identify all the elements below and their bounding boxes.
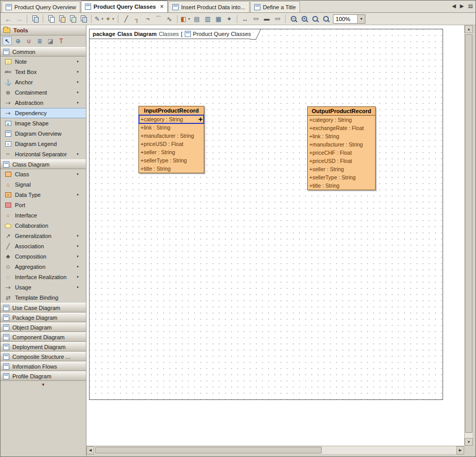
- oblique-connector-icon[interactable]: ¬: [143, 14, 153, 24]
- class-attribute[interactable]: +priceCHF : Float: [308, 149, 375, 157]
- class-attribute[interactable]: +exchangeRate : Float: [308, 124, 375, 132]
- section-use-case-diagram[interactable]: Use Case Diagram: [1, 303, 86, 313]
- dropdown-arrow-icon[interactable]: ▼: [76, 70, 79, 74]
- class-attribute[interactable]: +category : String: [308, 116, 375, 124]
- zoom-out-icon[interactable]: −: [288, 14, 298, 24]
- dropdown-arrow-icon[interactable]: ▼: [76, 265, 79, 268]
- palette-item-diagram-legend[interactable]: ≡Diagram Legend: [1, 139, 86, 149]
- palette-item-interface[interactable]: ○Interface: [1, 210, 86, 221]
- dropdown-arrow-icon[interactable]: ▼: [76, 173, 79, 176]
- dropdown-arrow-icon[interactable]: ▼: [76, 234, 79, 237]
- palette-item-signal[interactable]: ⌂Signal: [1, 179, 86, 190]
- sweeper-tool-icon[interactable]: ✦▼: [105, 14, 115, 24]
- zoom-reset-icon[interactable]: [310, 14, 320, 24]
- forward-icon[interactable]: →: [14, 14, 24, 24]
- format-painter-icon[interactable]: ◧▼: [180, 14, 191, 24]
- palette-item-composition[interactable]: ◆Composition▼: [1, 251, 86, 262]
- palette-item-text-box[interactable]: abcText Box▼: [1, 67, 86, 77]
- class-attribute[interactable]: +priceUSD : Float: [139, 140, 204, 148]
- palette-item-data-type[interactable]: ≡Data Type▼: [1, 190, 86, 200]
- class-attribute[interactable]: +seller : String: [308, 165, 375, 173]
- auto-fit-icon[interactable]: ▭: [272, 14, 283, 24]
- section-composite-structure[interactable]: Composite Structure ...: [1, 352, 86, 361]
- zoom-fit-icon[interactable]: [321, 14, 331, 24]
- scroll-down-icon[interactable]: ▼: [465, 438, 473, 446]
- rectilinear-connector-icon[interactable]: ┐: [132, 14, 142, 24]
- class-attribute[interactable]: +sellerType : String: [308, 173, 375, 181]
- format-eraser-icon[interactable]: ◪: [46, 36, 55, 45]
- tab-product-query-classes[interactable]: Product Query Classes×: [81, 1, 168, 12]
- palette-item-template-binding[interactable]: ⇄Template Binding: [1, 293, 86, 303]
- palette-item-image-shape[interactable]: ▲Image Shape: [1, 118, 86, 129]
- dropdown-arrow-icon[interactable]: ▼: [76, 153, 79, 156]
- zoom-in-icon[interactable]: +: [299, 14, 309, 24]
- tools-panel-header[interactable]: Tools: [1, 25, 86, 35]
- class-attribute[interactable]: +manufacturer : String: [308, 140, 375, 149]
- group-shapes-icon[interactable]: ▦: [213, 14, 223, 24]
- diagram-paper[interactable]: package Class Diagram Classes [ Product …: [89, 29, 443, 400]
- curve-connector-icon[interactable]: ∿: [164, 14, 174, 24]
- palette-item-diagram-overview[interactable]: Diagram Overview: [1, 129, 86, 139]
- dropdown-arrow-icon[interactable]: ▼: [76, 101, 79, 104]
- class-inputproductrecord[interactable]: InputProductRecord+category : String++li…: [138, 106, 204, 173]
- scroll-right-icon[interactable]: ▶: [456, 446, 464, 454]
- class-attribute[interactable]: +seller : String: [139, 148, 204, 156]
- section-common[interactable]: Common: [1, 47, 86, 57]
- tab-list-icon[interactable]: ▤: [468, 3, 473, 9]
- duplicate-icon[interactable]: [67, 14, 78, 24]
- scroll-up-icon[interactable]: ▲: [465, 25, 473, 33]
- palette-item-aggregation[interactable]: ◇Aggregation▼: [1, 262, 86, 272]
- diagram-viewport[interactable]: package Class Diagram Classes [ Product …: [86, 25, 464, 446]
- class-attribute[interactable]: +title : String: [308, 181, 375, 190]
- palette-scroll-more-button[interactable]: ▼: [1, 381, 86, 388]
- palette-item-collaboration[interactable]: Collaboration: [1, 221, 86, 231]
- resource-catalog-icon[interactable]: ⊕: [13, 36, 23, 45]
- tab-product-query-overview[interactable]: Product Query Overview: [2, 1, 80, 12]
- palette-item-dependency[interactable]: ⇢Dependency: [1, 108, 86, 118]
- palette-item-note[interactable]: ≡Note▼: [1, 57, 86, 67]
- move-handle-icon[interactable]: +: [198, 115, 203, 123]
- dropdown-arrow-icon[interactable]: ▼: [76, 286, 79, 289]
- zoom-level-input[interactable]: [333, 16, 357, 22]
- section-component-diagram[interactable]: Component Diagram: [1, 332, 86, 342]
- dropdown-arrow-icon[interactable]: ▼: [76, 255, 79, 258]
- section-profile-diagram[interactable]: Profile Diagram: [1, 371, 86, 381]
- class-attribute[interactable]: +manufacturer : String: [139, 132, 204, 140]
- dropdown-arrow-icon[interactable]: ▼: [76, 81, 79, 84]
- class-outputproductrecord[interactable]: OutputProductRecord+category : String+ex…: [307, 106, 376, 190]
- horizontal-scrollbar[interactable]: ◀ ▶: [86, 446, 464, 454]
- dropdown-arrow-icon[interactable]: ▼: [76, 193, 79, 196]
- palette-item-usage[interactable]: ⇢Usage▼: [1, 282, 86, 293]
- distribute-shapes-icon[interactable]: ▥: [202, 14, 213, 24]
- dropdown-arrow-icon[interactable]: ▼: [76, 245, 79, 248]
- align-shapes-icon[interactable]: ▤: [191, 14, 202, 24]
- section-deployment-diagram[interactable]: Deployment Diagram: [1, 342, 86, 352]
- vertical-scroll-thumb[interactable]: [465, 34, 472, 433]
- dropdown-arrow-icon[interactable]: ▼: [76, 276, 79, 279]
- dropdown-arrow-icon[interactable]: ▼: [187, 17, 190, 21]
- palette-item-horizontal-separator[interactable]: ╌Horizontal Separator▼: [1, 149, 86, 159]
- palette-item-anchor[interactable]: ⚓Anchor▼: [1, 77, 86, 87]
- class-attribute[interactable]: +link : String: [308, 132, 375, 140]
- horizontal-scroll-thumb[interactable]: [95, 447, 322, 453]
- vertical-scrollbar[interactable]: ▲ ▼: [464, 25, 472, 446]
- paste-icon[interactable]: [57, 14, 67, 24]
- dropdown-arrow-icon[interactable]: ▼: [101, 17, 104, 21]
- section-object-diagram[interactable]: Object Diagram: [1, 322, 86, 332]
- section-information-flows[interactable]: Information Flows: [1, 361, 86, 371]
- palette-item-class[interactable]: Class▼: [1, 169, 86, 179]
- zoom-dropdown-icon[interactable]: ▼: [357, 15, 365, 23]
- class-attribute[interactable]: +priceUSD : Float: [308, 157, 375, 165]
- dropdown-arrow-icon[interactable]: ▼: [76, 60, 79, 63]
- same-size-icon[interactable]: ↔: [240, 14, 250, 24]
- palette-item-containment[interactable]: ⊕Containment▼: [1, 87, 86, 98]
- back-icon[interactable]: ←: [3, 14, 13, 24]
- class-attribute[interactable]: +category : String+: [139, 115, 204, 123]
- prev-tab-icon[interactable]: ◀: [452, 3, 456, 9]
- section-package-diagram[interactable]: Package Diagram: [1, 313, 86, 322]
- straight-connector-icon[interactable]: ╱: [121, 14, 131, 24]
- next-tab-icon[interactable]: ▶: [460, 3, 464, 9]
- pencil-tool-icon[interactable]: ✎▼: [94, 14, 104, 24]
- class-attribute[interactable]: +link : String: [139, 123, 204, 132]
- dropdown-arrow-icon[interactable]: ▼: [76, 91, 79, 94]
